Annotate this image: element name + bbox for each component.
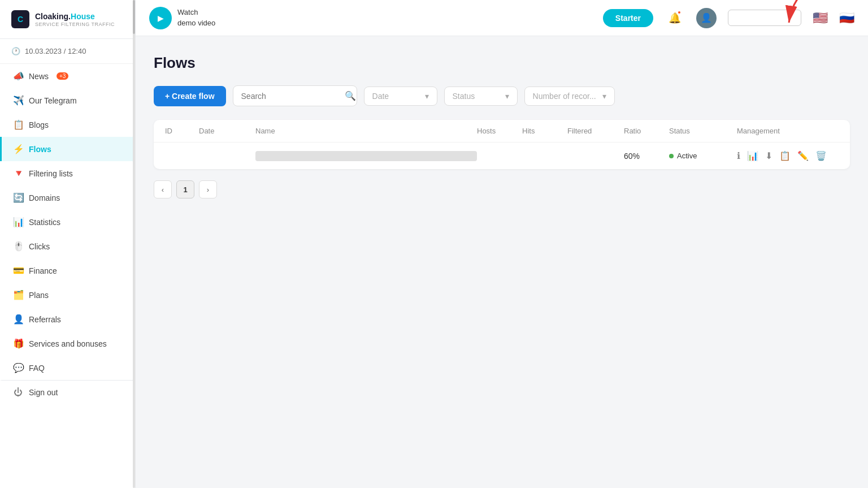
sidebar-item-label: Domains <box>29 193 60 202</box>
chart-icon[interactable]: 📊 <box>747 150 758 161</box>
sidebar-item-label: Statistics <box>29 218 60 227</box>
user-avatar-button[interactable]: 👤 <box>696 8 717 28</box>
col-ratio: Ratio <box>624 127 669 135</box>
signout-icon: ⏻ <box>13 387 23 398</box>
sidebar-item-label: Filtering lists <box>29 169 73 178</box>
cell-ratio: 60% <box>624 152 669 161</box>
status-label: Active <box>677 152 697 160</box>
notification-dot <box>677 10 682 15</box>
sidebar-item-plans[interactable]: 🗂️ Plans <box>0 283 135 307</box>
referrals-icon: 👤 <box>13 314 23 325</box>
toolbar: + Create flow 🔍 Date ▾ Status ▾ Number o… <box>154 85 850 106</box>
filtering-icon: 🔻 <box>13 168 23 179</box>
clicks-icon: 🖱️ <box>13 241 23 252</box>
current-page-button[interactable]: 1 <box>176 180 194 198</box>
status-filter-dropdown[interactable]: Status ▾ <box>444 87 518 106</box>
clock-icon: 🕐 <box>11 47 20 55</box>
sidebar-item-signout[interactable]: ⏻ Sign out <box>0 380 135 404</box>
notification-button[interactable]: 🔔 <box>665 8 685 28</box>
sidebar-item-finance[interactable]: 💳 Finance <box>0 258 135 283</box>
sidebar-item-label: Referrals <box>29 315 61 324</box>
col-name: Name <box>255 127 477 135</box>
chevron-down-icon: ▾ <box>602 92 606 101</box>
header: ▶ Watch demo video Starter 🔔 👤 🇺🇸 🇷🇺 <box>136 0 868 36</box>
sidebar-item-label: Finance <box>29 266 57 275</box>
plans-icon: 🗂️ <box>13 290 23 300</box>
date-filter-dropdown[interactable]: Date ▾ <box>364 87 437 106</box>
sidebar-item-label: Plans <box>29 291 49 300</box>
table-row: 60% Active ℹ 📊 ⬇ 📋 ✏️ 🗑️ <box>154 142 850 169</box>
download-icon[interactable]: ⬇ <box>765 150 772 161</box>
date-filter-label: Date <box>372 92 389 101</box>
sidebar-item-label: Blogs <box>29 120 49 129</box>
col-id: ID <box>165 127 199 135</box>
create-flow-button[interactable]: + Create flow <box>154 86 226 106</box>
starter-button[interactable]: Starter <box>603 9 653 27</box>
cell-management: ℹ 📊 ⬇ 📋 ✏️ 🗑️ <box>737 150 839 161</box>
search-input[interactable] <box>241 92 340 101</box>
sidebar-item-clicks[interactable]: 🖱️ Clicks <box>0 234 135 258</box>
edit-icon[interactable]: ✏️ <box>797 150 809 161</box>
sidebar-item-label: FAQ <box>29 364 45 373</box>
sidebar-item-label: Services and bonuses <box>29 339 107 348</box>
flows-icon: ⚡ <box>13 144 23 154</box>
cell-name <box>255 151 477 161</box>
main-area: ▶ Watch demo video Starter 🔔 👤 🇺🇸 🇷🇺 Flo… <box>136 0 868 488</box>
sidebar-item-flows[interactable]: ⚡ Flows <box>0 137 135 161</box>
sidebar-item-label: Our Telegram <box>29 96 77 105</box>
news-badge: +3 <box>57 72 68 80</box>
sidebar-item-blogs[interactable]: 📋 Blogs <box>0 113 135 137</box>
chevron-down-icon: ▾ <box>425 92 429 101</box>
col-date: Date <box>199 127 255 135</box>
sidebar-item-domains[interactable]: 🔄 Domains <box>0 185 135 210</box>
flag-ru[interactable]: 🇷🇺 <box>839 11 854 25</box>
prev-page-button[interactable]: ‹ <box>154 180 172 198</box>
sidebar: C Cloaking.House Service filtering traff… <box>0 0 136 488</box>
flag-en[interactable]: 🇺🇸 <box>813 11 828 25</box>
demo-video-button[interactable]: ▶ Watch demo video <box>149 7 215 29</box>
col-hosts: Hosts <box>477 127 522 135</box>
records-filter-dropdown[interactable]: Number of recor... ▾ <box>524 87 615 106</box>
sidebar-item-label: Clicks <box>29 242 50 251</box>
sidebar-item-services[interactable]: 🎁 Services and bonuses <box>0 331 135 356</box>
sidebar-item-news[interactable]: 📣 News +3 <box>0 64 135 88</box>
page-title: Flows <box>154 54 850 72</box>
domains-icon: 🔄 <box>13 192 23 203</box>
sidebar-nav: 📣 News +3 ✈️ Our Telegram 📋 Blogs ⚡ Flow… <box>0 64 135 404</box>
chevron-down-icon: ▾ <box>505 92 509 101</box>
search-box: 🔍 <box>233 85 357 106</box>
info-icon[interactable]: ℹ <box>737 150 740 161</box>
col-hits: Hits <box>522 127 567 135</box>
flows-table: ID Date Name Hosts Hits Filtered Ratio S… <box>154 120 850 169</box>
table-header: ID Date Name Hosts Hits Filtered Ratio S… <box>154 120 850 142</box>
next-page-button[interactable]: › <box>199 180 217 198</box>
sidebar-item-filtering[interactable]: 🔻 Filtering lists <box>0 161 135 185</box>
copy-icon[interactable]: 📋 <box>779 150 791 161</box>
sidebar-item-referrals[interactable]: 👤 Referrals <box>0 307 135 331</box>
sidebar-scrollbar-thumb <box>133 0 135 34</box>
faq-icon: 💬 <box>13 362 23 373</box>
language-selector[interactable] <box>728 10 801 26</box>
play-icon: ▶ <box>149 7 172 29</box>
sidebar-scrollbar[interactable] <box>133 0 135 488</box>
blogs-icon: 📋 <box>13 119 23 130</box>
delete-icon[interactable]: 🗑️ <box>815 150 827 161</box>
search-icon: 🔍 <box>345 90 356 101</box>
col-filtered: Filtered <box>567 127 624 135</box>
cell-status: Active <box>669 152 737 160</box>
col-management: Management <box>737 127 839 135</box>
sidebar-item-label: News <box>29 72 49 81</box>
sidebar-item-label: Sign out <box>29 388 58 397</box>
sidebar-datetime: 🕐 10.03.2023 / 12:40 <box>0 39 135 64</box>
telegram-icon: ✈️ <box>13 95 23 106</box>
statistics-icon: 📊 <box>13 217 23 227</box>
sidebar-item-faq[interactable]: 💬 FAQ <box>0 356 135 380</box>
demo-text: Watch demo video <box>177 7 215 28</box>
logo-icon: C <box>11 10 29 28</box>
sidebar-item-telegram[interactable]: ✈️ Our Telegram <box>0 88 135 113</box>
sidebar-item-statistics[interactable]: 📊 Statistics <box>0 210 135 234</box>
col-status: Status <box>669 127 737 135</box>
pagination: ‹ 1 › <box>154 180 850 198</box>
main-content: Flows + Create flow 🔍 Date ▾ Status ▾ Nu… <box>136 36 868 488</box>
logo-text: Cloaking.House <box>35 11 115 21</box>
